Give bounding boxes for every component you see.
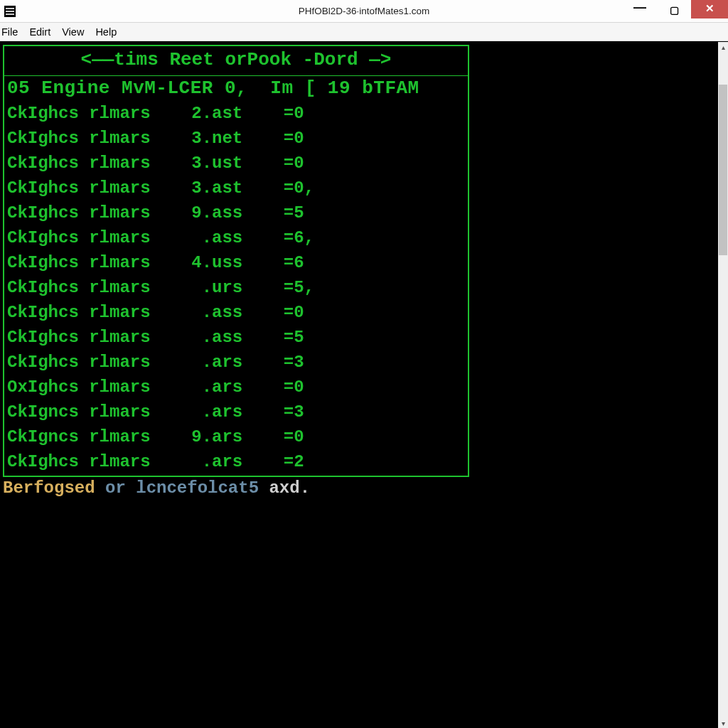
terminal-row: CkIgncs rlmars .ars =3 [7,400,465,424]
menu-file[interactable]: File [1,25,26,39]
terminal-row: CkIghcs rlmars .ars =3 [7,350,465,375]
menu-edirt[interactable]: Edirt [26,25,59,39]
terminal-panel: <——tims Reet orPook -Dord —> 05 Engine M… [3,45,469,477]
window-controls: — ▢ ✕ [623,0,728,22]
scrollbar-up-arrow[interactable]: ▴ [718,42,728,52]
status-part-1: Berfogsed [3,478,95,498]
minimize-button[interactable]: — [623,0,657,20]
terminal-row: CkIgncs rlmars 9.ars =0 [7,424,465,449]
terminal-header: <——tims Reet orPook -Dord —> [4,46,468,76]
client-area: <——tims Reet orPook -Dord —> 05 Engine M… [0,41,728,728]
close-button[interactable]: ✕ [691,0,728,18]
window-titlebar: PHfOBl2D-36·intofMates1.com — ▢ ✕ [0,0,728,23]
menu-view[interactable]: View [59,25,92,39]
svg-rect-3 [6,14,14,15]
terminal-row: OxIghcs rlmars .ars =0 [7,375,465,400]
status-part-2: or lcncefolcat5 [95,478,269,498]
scrollbar-down-arrow[interactable]: ▾ [718,718,728,728]
terminal-row: CkIghcs rlmars .ass =0 [7,300,465,325]
terminal-row: CkIghcs rlmars 3.ast =0, [7,176,465,200]
app-icon [4,6,16,17]
terminal-row: CkIghcs rlmars 2.ast =0 [7,101,465,126]
svg-rect-2 [6,11,14,12]
maximize-button[interactable]: ▢ [657,0,691,20]
terminal-row: CkIghcs rlmars .ars =2 [7,449,465,474]
terminal-row: CkIghcs rlmars 4.uss =6 [7,250,465,275]
svg-rect-1 [6,8,14,9]
vertical-scrollbar[interactable]: ▴ ▾ [718,42,728,728]
menubar: File Edirt View Help [0,23,728,41]
terminal-title-row: 05 Engine MvM-LCER 0, Im [ 19 bTFAM [7,76,465,101]
status-line: Berfogsed or lcncefolcat5 axd. [3,478,310,498]
terminal-row: CkIghcs rlmars .ass =5 [7,325,465,350]
menu-help[interactable]: Help [92,25,125,39]
terminal-row: CkIghcs rlmars .urs =5, [7,275,465,300]
window-title: PHfOBl2D-36·intofMates1.com [299,6,430,16]
terminal-body: 05 Engine MvM-LCER 0, Im [ 19 bTFAM CkIg… [4,76,468,476]
scrollbar-thumb[interactable] [719,85,727,255]
terminal-row: CkIghcs rlmars .ass =6, [7,225,465,250]
terminal-row: CkIghcs rlmars 3.ust =0 [7,151,465,176]
terminal-row: CkIghcs rlmars 3.net =0 [7,126,465,151]
terminal-row: CkIghcs rlmars 9.ass =5 [7,200,465,225]
status-part-3: axd. [269,478,310,498]
